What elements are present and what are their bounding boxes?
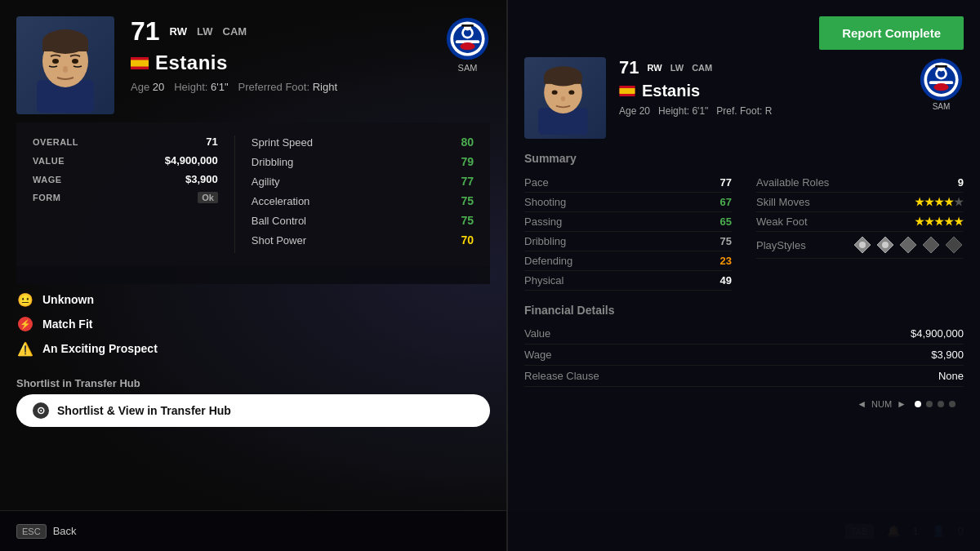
left-stats: OVERALL 71 VALUE $4,900,000 WAGE $3,900 … xyxy=(16,136,235,253)
left-panel: 71 RW LW CAM Estanis Age 20 Height: 6'1" xyxy=(0,0,506,551)
skill-moves-label: Skill Moves xyxy=(756,196,810,208)
overall-label: OVERALL xyxy=(33,137,78,147)
summary-title: Summary xyxy=(524,152,964,165)
playstyle-icon-3 xyxy=(898,235,918,255)
available-roles-value: 9 xyxy=(958,176,964,189)
position-rw: RW xyxy=(170,25,187,38)
overall-row: OVERALL 71 xyxy=(33,136,218,148)
trait-unknown: 😐 Unknown xyxy=(16,291,490,309)
pace-value: 77 xyxy=(720,176,732,189)
svg-point-6 xyxy=(63,66,68,73)
position-cam: CAM xyxy=(223,25,247,38)
shortlist-button[interactable]: ⊙ Shortlist & View in Transfer Hub xyxy=(16,394,490,427)
available-roles-label: Available Roles xyxy=(756,176,829,189)
attr-ball-control: Ball Control 75 xyxy=(252,214,474,227)
nav-left-arrow[interactable]: ◄ xyxy=(857,398,866,410)
dot-4[interactable] xyxy=(949,401,956,407)
club-badge-left: SAM xyxy=(445,16,490,73)
svg-point-25 xyxy=(568,91,574,95)
attr-ball-label: Ball Control xyxy=(252,215,306,227)
weak-foot-stars-display: ★★★★★ xyxy=(915,216,964,228)
report-complete-button[interactable]: Report Complete xyxy=(819,16,964,50)
financial-value-row: Value $4,900,000 xyxy=(524,323,964,344)
passing-label: Passing xyxy=(524,216,562,228)
attr-shot-value: 70 xyxy=(461,233,474,247)
svg-point-5 xyxy=(72,59,78,64)
right-player-header: 71 RW LW CAM Estanis Age 20 Height: 6'1"… xyxy=(524,57,964,139)
dot-3[interactable] xyxy=(938,401,944,407)
right-pos-lw: LW xyxy=(670,63,684,73)
summary-skill-moves: Skill Moves ★★★★★ xyxy=(756,193,964,212)
weak-foot-label: Weak Foot xyxy=(756,216,808,228)
svg-rect-23 xyxy=(544,76,582,83)
right-pos-cam: CAM xyxy=(692,63,712,73)
dot-1[interactable] xyxy=(915,401,921,407)
age-label: Age 20 xyxy=(131,81,164,93)
financial-section: Financial Details Value $4,900,000 Wage … xyxy=(524,304,964,387)
defending-value: 23 xyxy=(720,255,732,267)
right-name-row: Estanis xyxy=(619,82,964,100)
shortlist-section: Shortlist in Transfer Hub ⊙ Shortlist & … xyxy=(16,377,490,427)
financial-release-value: None xyxy=(938,370,964,382)
pagination-dots xyxy=(915,401,956,407)
financial-value-label: Value xyxy=(524,327,550,340)
attr-shot-power: Shot Power 70 xyxy=(252,233,474,247)
nav-label: NUM xyxy=(871,399,892,409)
spain-flag-icon xyxy=(131,57,149,69)
financial-wage-label: Wage xyxy=(524,349,551,361)
right-club-badge: SAM xyxy=(919,57,964,111)
summary-available-roles: Available Roles 9 xyxy=(756,173,964,193)
position-lw: LW xyxy=(197,25,213,38)
svg-rect-28 xyxy=(619,88,635,94)
player-header: 71 RW LW CAM Estanis Age 20 Height: 6'1" xyxy=(16,16,490,114)
wage-value: $3,900 xyxy=(185,173,218,185)
player-name: Estanis xyxy=(155,51,228,74)
right-player-figure xyxy=(524,57,602,135)
svg-point-26 xyxy=(561,96,565,101)
svg-marker-42 xyxy=(900,237,916,253)
financial-wage-row: Wage $3,900 xyxy=(524,344,964,366)
dot-2[interactable] xyxy=(926,401,933,407)
svg-point-39 xyxy=(859,242,866,248)
svg-point-35 xyxy=(933,83,948,91)
form-label: Form xyxy=(33,193,60,202)
financial-value-amount: $4,900,000 xyxy=(911,327,964,340)
form-row: Form Ok xyxy=(33,192,218,203)
value-label: VALUE xyxy=(33,156,65,166)
attr-agility: Agility 77 xyxy=(252,175,474,188)
weak-foot-stars: ★★★★★ xyxy=(915,216,964,228)
right-panel: Report Complete 71 RW xyxy=(507,0,980,551)
svg-rect-8 xyxy=(131,60,149,66)
shortlist-button-label: Shortlist & View in Transfer Hub xyxy=(57,404,231,417)
match-fit-icon: ⚡ xyxy=(16,315,34,333)
svg-point-24 xyxy=(552,91,558,95)
player-info-header: 71 RW LW CAM Estanis Age 20 Height: 6'1" xyxy=(131,16,490,93)
attr-agility-label: Agility xyxy=(252,176,280,188)
traits-section: 😐 Unknown ⚡ Match Fit ⚠️ An Exciting Pro… xyxy=(16,284,490,371)
stats-section: OVERALL 71 VALUE $4,900,000 WAGE $3,900 … xyxy=(16,122,490,284)
player-meta: Age 20 Height: 6'1" Preferred Foot: Righ… xyxy=(131,81,490,93)
right-sampdoria-badge-icon xyxy=(919,57,964,102)
right-player-info: 71 RW LW CAM Estanis Age 20 Height: 6'1"… xyxy=(619,57,964,117)
attr-accel-value: 75 xyxy=(461,194,474,207)
overall-value: 71 xyxy=(206,136,217,148)
trait-prospect-text: An Exciting Prospect xyxy=(42,342,158,355)
attr-shot-label: Shot Power xyxy=(252,234,306,247)
foot-label: Preferred Foot: Right xyxy=(238,81,337,93)
right-player-photo xyxy=(524,57,606,139)
playstyles-label: PlayStyles xyxy=(756,239,806,251)
summary-defending: Defending 23 xyxy=(524,251,732,271)
trait-unknown-text: Unknown xyxy=(42,293,94,306)
right-rating-row: 71 RW LW CAM xyxy=(619,57,964,78)
player-rating-row: 71 RW LW CAM xyxy=(131,16,490,47)
summary-shooting: Shooting 67 xyxy=(524,193,732,212)
unknown-icon: 😐 xyxy=(16,291,34,309)
nav-arrows[interactable]: ◄ NUM ► xyxy=(857,398,906,410)
playstyle-icon-1 xyxy=(853,235,872,255)
svg-rect-17 xyxy=(461,24,474,27)
attr-sprint-speed: Sprint Speed 80 xyxy=(252,136,474,149)
dribbling-label: Dribbling xyxy=(524,235,566,247)
financial-release-row: Release Clause None xyxy=(524,366,964,387)
right-player-name: Estanis xyxy=(642,82,700,100)
nav-right-arrow[interactable]: ► xyxy=(897,398,906,410)
